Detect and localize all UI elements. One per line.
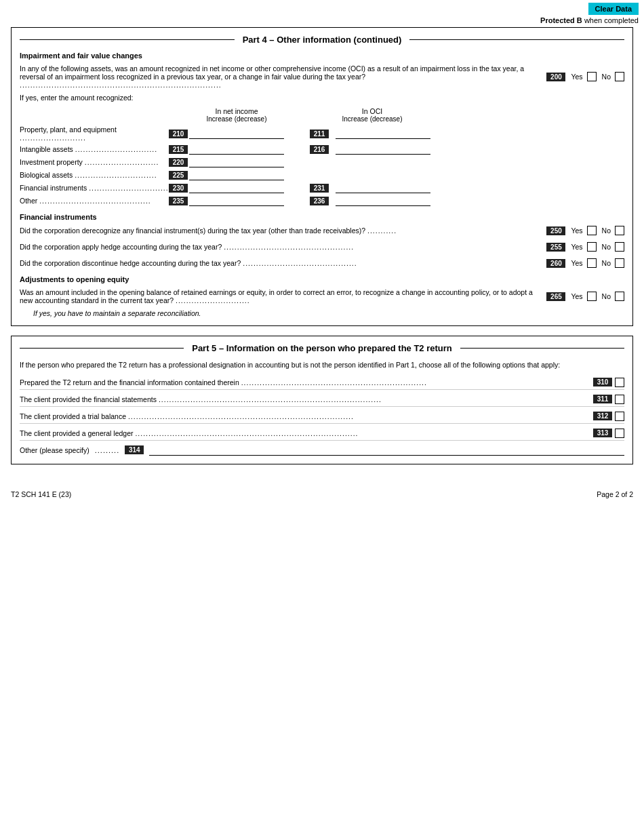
field-220-group: 220 bbox=[169, 157, 304, 167]
field-231-input[interactable] bbox=[336, 182, 430, 193]
asset-label-investment: Investment property ....................… bbox=[20, 158, 169, 166]
field-216-group: 216 bbox=[310, 144, 445, 155]
field-236-input[interactable] bbox=[336, 195, 430, 206]
if-yes-enter-label: If yes, enter the amount recognized: bbox=[20, 94, 624, 102]
field-220-input[interactable] bbox=[189, 157, 284, 167]
checkbox-255-no[interactable] bbox=[615, 242, 624, 252]
col-net-income: In net income Increase (decrease) bbox=[169, 107, 304, 123]
field-313-badge: 313 bbox=[593, 429, 612, 437]
clear-data-button[interactable]: Clear Data bbox=[588, 3, 639, 15]
field-236-group: 236 bbox=[310, 195, 445, 206]
checkbox-250-yes[interactable] bbox=[587, 226, 597, 235]
field-210-group: 210 bbox=[169, 128, 304, 139]
field-265-badge: 265 bbox=[546, 292, 565, 301]
field-225-input[interactable] bbox=[189, 170, 284, 180]
checkbox-255-yes[interactable] bbox=[587, 242, 597, 252]
part5-row-312: The client provided a trial balance ....… bbox=[20, 410, 624, 424]
checkbox-260-no[interactable] bbox=[615, 258, 624, 268]
field-231-group: 231 bbox=[310, 182, 445, 193]
field-235-badge: 235 bbox=[169, 197, 188, 205]
adjustments-text-265: Was an amount included in the opening ba… bbox=[20, 288, 546, 304]
fi-row-260: Did the corporation discontinue hedge ac… bbox=[20, 256, 624, 270]
field-235-group: 235 bbox=[169, 195, 304, 206]
asset-rows-container: Property, plant, and equipment .........… bbox=[20, 125, 624, 206]
asset-label-property: Property, plant, and equipment .........… bbox=[20, 125, 169, 142]
footer: T2 SCH 141 E (23) Page 2 of 2 bbox=[0, 485, 644, 501]
asset-row-property: Property, plant, and equipment .........… bbox=[20, 125, 624, 142]
impairment-question-row: In any of the following assets, was an a… bbox=[20, 62, 624, 91]
checkbox-311[interactable] bbox=[615, 395, 624, 404]
part5-other-row: Other (please specify) ......... 314 bbox=[20, 445, 624, 456]
asset-row-intangible: Intangible assets ......................… bbox=[20, 144, 624, 155]
part5-title: Part 5 – Information on the person who p… bbox=[20, 343, 624, 353]
fi-text-255: Did the corporation apply hedge accounti… bbox=[20, 243, 546, 251]
columns-header: In net income Increase (decrease) In OCI… bbox=[169, 107, 624, 123]
part5-text-313: The client provided a general ledger ...… bbox=[20, 429, 593, 437]
checkbox-200-no[interactable] bbox=[615, 72, 624, 81]
asset-row-biological: Biological assets ......................… bbox=[20, 170, 624, 180]
field-235-input[interactable] bbox=[189, 195, 284, 206]
part5-text-312: The client provided a trial balance ....… bbox=[20, 412, 593, 420]
field-314-badge: 314 bbox=[125, 445, 144, 454]
checkbox-265-yes[interactable] bbox=[587, 292, 597, 301]
part5-section: Part 5 – Information on the person who p… bbox=[11, 336, 633, 464]
checkbox-250-no[interactable] bbox=[615, 226, 624, 235]
impairment-description: In any of the following assets, was an a… bbox=[20, 64, 546, 89]
field-230-badge: 230 bbox=[169, 184, 188, 193]
asset-row-financial-instruments: Financial instruments ..................… bbox=[20, 182, 624, 193]
impairment-heading: Impairment and fair value changes bbox=[20, 52, 624, 60]
no-label-255: No bbox=[602, 243, 611, 251]
asset-row-other-impairment: Other ..................................… bbox=[20, 195, 624, 206]
part5-controls-312: 312 bbox=[593, 412, 624, 421]
part5-intro: If the person who prepared the T2 return… bbox=[20, 360, 624, 370]
col-oci: In OCI Increase (decrease) bbox=[304, 107, 440, 123]
checkbox-260-yes[interactable] bbox=[587, 258, 597, 268]
other-dots: ......... bbox=[95, 446, 120, 454]
field-215-input[interactable] bbox=[189, 144, 284, 155]
adjustments-row-265: Was an amount included in the opening ba… bbox=[20, 286, 624, 306]
field-230-input[interactable] bbox=[189, 182, 284, 193]
part5-row-311: The client provided the financial statem… bbox=[20, 393, 624, 407]
part4-title: Part 4 – Other information (continued) bbox=[20, 35, 624, 45]
field-260-badge: 260 bbox=[546, 259, 565, 268]
field-250-badge: 250 bbox=[546, 226, 565, 235]
field-310-badge: 310 bbox=[593, 378, 612, 386]
field-200-badge: 200 bbox=[546, 73, 565, 81]
fi-row-250: Did the corporation derecognize any fina… bbox=[20, 224, 624, 237]
field-314-input[interactable] bbox=[149, 445, 624, 456]
field-312-badge: 312 bbox=[593, 412, 612, 420]
field-215-badge: 215 bbox=[169, 145, 188, 154]
checkbox-313[interactable] bbox=[615, 429, 624, 438]
field-211-group: 211 bbox=[310, 128, 445, 139]
fi-yes-no-260: 260 Yes No bbox=[546, 258, 624, 268]
field-225-badge: 225 bbox=[169, 171, 188, 180]
field-211-input[interactable] bbox=[336, 128, 430, 139]
part5-text-310: Prepared the T2 return and the financial… bbox=[20, 378, 593, 386]
checkbox-312[interactable] bbox=[615, 412, 624, 421]
checkbox-200-yes[interactable] bbox=[587, 72, 597, 81]
fi-yes-no-255: 255 Yes No bbox=[546, 242, 624, 252]
field-216-input[interactable] bbox=[336, 144, 430, 155]
part5-text-311: The client provided the financial statem… bbox=[20, 395, 593, 403]
field-230-group: 230 bbox=[169, 182, 304, 193]
no-label-265: No bbox=[602, 292, 611, 300]
part4-section: Part 4 – Other information (continued) I… bbox=[11, 27, 633, 326]
footer-right: Page 2 of 2 bbox=[597, 490, 633, 498]
fi-text-250: Did the corporation derecognize any fina… bbox=[20, 226, 546, 235]
checkbox-310[interactable] bbox=[615, 378, 624, 387]
adjustments-yes-no-265: 265 Yes No bbox=[546, 292, 624, 301]
part5-row-313: The client provided a general ledger ...… bbox=[20, 426, 624, 441]
field-231-badge: 231 bbox=[310, 184, 329, 193]
no-label-260: No bbox=[602, 259, 611, 267]
field-220-badge: 220 bbox=[169, 158, 188, 167]
field-225-group: 225 bbox=[169, 170, 304, 180]
fi-row-255: Did the corporation apply hedge accounti… bbox=[20, 240, 624, 254]
field-311-badge: 311 bbox=[593, 395, 612, 403]
checkbox-265-no[interactable] bbox=[615, 292, 624, 301]
part5-row-310: Prepared the T2 return and the financial… bbox=[20, 376, 624, 390]
asset-label-financial-instruments: Financial instruments ..................… bbox=[20, 184, 169, 192]
financial-instruments-heading: Financial instruments bbox=[20, 213, 624, 221]
if-yes-reconciliation-note: If yes, you have to maintain a separate … bbox=[20, 309, 624, 317]
protected-label: Protected B when completed bbox=[0, 16, 644, 27]
field-210-input[interactable] bbox=[189, 128, 284, 139]
